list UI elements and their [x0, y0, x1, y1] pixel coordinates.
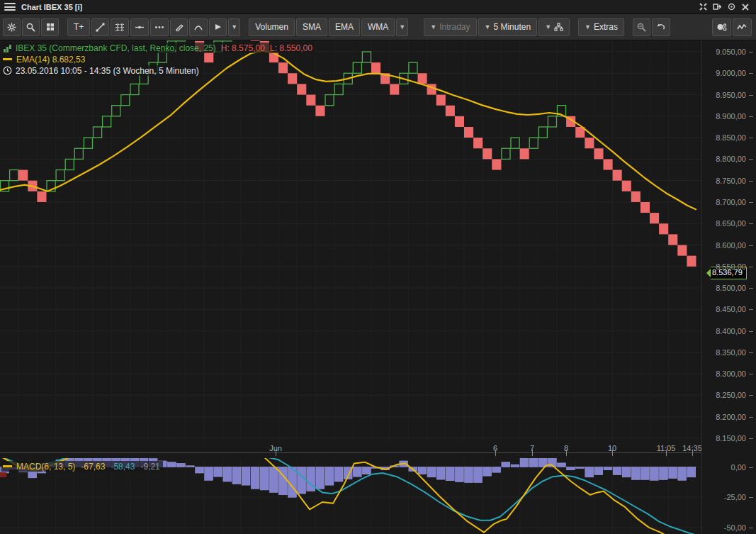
renko-down-brick [492, 159, 501, 169]
bubbles-icon[interactable] [712, 18, 731, 36]
macd-histogram-bar [520, 458, 529, 467]
detach-window-icon[interactable] [712, 2, 722, 12]
renko-up-brick [362, 52, 371, 62]
toolbar: T+ ▼ Volumen SMA EMA WMA ▼ ▼Intraday ▼5 [0, 14, 756, 40]
renko-up-brick [94, 127, 102, 138]
zoom-tool-icon[interactable] [22, 18, 40, 36]
timeframe-dropdown[interactable]: ▼5 Minuten [478, 18, 538, 36]
macd-histogram-bar [353, 467, 361, 477]
close-icon[interactable] [740, 2, 750, 12]
layout-grid-icon[interactable] [41, 18, 59, 36]
macd-axis-label: 0,00 [702, 463, 746, 472]
timeframe-label: 5 Minuten [493, 22, 531, 32]
macd-histogram-bar [251, 467, 259, 489]
time-axis-line [0, 452, 701, 453]
volume-button[interactable]: Volumen [249, 18, 295, 36]
ema-value: EMA(14) 8.682,53 [16, 55, 85, 65]
ema-button[interactable]: EMA [329, 18, 360, 36]
macd-histogram-bar [678, 467, 687, 481]
macd-histogram-bar [176, 463, 185, 467]
extras-dropdown[interactable]: ▼Extras [578, 18, 624, 36]
line-chart-icon[interactable] [733, 18, 752, 36]
axis-tick-dash [749, 159, 753, 160]
sma-button[interactable]: SMA [296, 18, 327, 36]
arc-tool-icon[interactable] [189, 18, 208, 36]
renko-down-brick [520, 148, 529, 159]
axis-tick-dash [749, 528, 753, 528]
price-axis-label: 9.050,00 [702, 48, 746, 56]
macd-histogram-bar [436, 467, 445, 480]
axis-tick-dash [749, 395, 753, 396]
extras-label: Extras [594, 22, 618, 32]
main-chart-canvas[interactable] [0, 40, 701, 443]
chart-legend: IBEX 35 (Commerzbank CFD, last, Renko, c… [1, 43, 315, 77]
macd-swatch-icon [3, 465, 12, 467]
macd-histogram-bar [196, 467, 204, 474]
renko-down-brick [585, 138, 594, 148]
dotted-line-tool-icon[interactable] [150, 18, 169, 36]
axis-tick-dash [749, 309, 753, 310]
text-tool-button[interactable]: T+ [67, 18, 90, 36]
chart-stage: Jun6781011:0514:35 8.536,79 9.050,009.00… [0, 40, 756, 534]
renko-up-brick [538, 127, 547, 138]
axis-tick-dash [749, 417, 753, 418]
macd-histogram-bar [650, 467, 659, 481]
renko-down-brick [306, 95, 315, 106]
macd-histogram-bar [669, 467, 677, 479]
renko-down-brick [604, 159, 613, 169]
time-axis-tick [692, 450, 693, 456]
price-axis[interactable]: 8.536,79 9.050,009.000,008.950,008.900,0… [701, 40, 756, 534]
wma-button[interactable]: WMA [361, 18, 395, 36]
menu-hamburger-icon[interactable] [4, 3, 16, 11]
macd-histogram-bar [325, 467, 334, 486]
pencil-tool-icon[interactable] [170, 18, 188, 36]
macd-value: -67,63 [81, 462, 105, 472]
expand-icon[interactable] [698, 2, 708, 12]
renko-down-brick [251, 40, 260, 41]
macd-histogram-bar [362, 467, 371, 474]
text-tool-label: T+ [74, 22, 84, 32]
renko-down-brick [418, 73, 427, 84]
renko-up-brick [502, 148, 510, 159]
intraday-dropdown[interactable]: ▼Intraday [424, 18, 476, 36]
renko-down-brick [464, 127, 473, 138]
series-title: IBEX 35 (Commerzbank CFD, last, Renko, c… [16, 43, 216, 53]
target-icon[interactable] [726, 2, 736, 12]
renko-down-brick [315, 106, 325, 116]
macd-histogram-bar [613, 467, 621, 475]
arrow-tool-icon[interactable] [209, 18, 227, 36]
renko-up-brick [103, 116, 111, 127]
more-indicators-caret[interactable]: ▼ [396, 18, 408, 36]
price-axis-label: 8.600,00 [702, 241, 746, 250]
renko-down-brick [37, 191, 46, 202]
high-value: H: 8.575,00 [221, 43, 265, 53]
more-drawing-tools-caret[interactable]: ▼ [228, 18, 240, 36]
volume-label: Volumen [255, 22, 288, 32]
macd-histogram-bar [232, 467, 241, 484]
price-axis-label: 8.400,00 [702, 327, 746, 335]
wma-label: WMA [368, 22, 388, 32]
macd-legend: MACD(6, 13, 5) -67,63 -58,43 -9,21 [1, 461, 163, 472]
renko-down-brick [455, 116, 464, 127]
fibonacci-tool-icon[interactable] [111, 18, 129, 36]
price-axis-label: 8.450,00 [702, 305, 746, 313]
renko-down-brick [631, 191, 641, 202]
renko-down-brick [18, 170, 28, 181]
renko-up-brick [112, 106, 120, 116]
macd-histogram-bar [576, 467, 585, 469]
macd-histogram-bar [167, 462, 176, 467]
time-axis[interactable]: Jun6781011:0514:35 [0, 443, 701, 458]
chart-type-dropdown[interactable]: ▼ [538, 18, 570, 36]
renko-down-brick [297, 84, 306, 94]
horizontal-line-tool-icon[interactable] [130, 18, 149, 36]
renko-up-brick [10, 170, 18, 181]
trendline-tool-icon[interactable] [91, 18, 109, 36]
settings-gear-icon[interactable] [3, 18, 21, 36]
clock-icon [3, 66, 12, 75]
renko-down-brick [622, 181, 631, 191]
macd-histogram-bar [214, 467, 222, 477]
renko-up-brick [74, 148, 83, 159]
zoom-out-icon[interactable] [633, 18, 650, 36]
undo-icon[interactable] [652, 18, 670, 36]
sma-label: SMA [303, 22, 321, 32]
